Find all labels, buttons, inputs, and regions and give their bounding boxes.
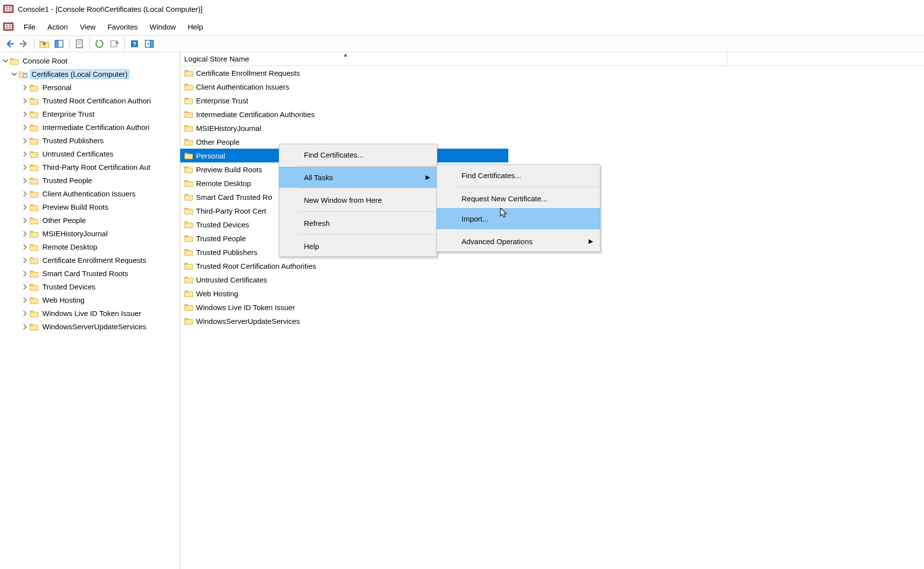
list-item-label: Other People bbox=[196, 138, 239, 146]
folder-icon bbox=[184, 192, 193, 201]
folder-icon bbox=[30, 322, 38, 331]
chevron-down-icon bbox=[11, 71, 18, 78]
list-item-store[interactable]: Enterprise Trust bbox=[180, 94, 924, 107]
folder-icon bbox=[30, 96, 38, 105]
menu-separator bbox=[457, 187, 599, 187]
menu-file[interactable]: File bbox=[18, 21, 41, 33]
tree-node-store[interactable]: Trusted Devices bbox=[0, 280, 180, 293]
folder-icon bbox=[184, 124, 193, 132]
menu-item-advanced-operations[interactable]: Advanced Operations▶ bbox=[437, 231, 600, 252]
list-item-store[interactable]: Web Hosting bbox=[180, 286, 924, 300]
tree-node-store[interactable]: Trusted Publishers bbox=[0, 134, 180, 147]
help-button[interactable]: ? bbox=[128, 37, 141, 51]
tree-node-store[interactable]: Personal bbox=[0, 81, 180, 94]
show-hide-tree-button[interactable] bbox=[52, 37, 66, 51]
tree-label: Third-Party Root Certification Aut bbox=[42, 163, 150, 171]
menu-item-refresh[interactable]: Refresh bbox=[279, 213, 437, 233]
list-item-store[interactable]: Client Authentication Issuers bbox=[180, 80, 924, 94]
tree-node-certificates[interactable]: Certificates (Local Computer) bbox=[0, 67, 180, 81]
tree-label: Certificates (Local Computer) bbox=[32, 70, 128, 78]
folder-icon bbox=[30, 243, 38, 252]
folder-icon bbox=[184, 316, 193, 325]
folder-icon bbox=[30, 269, 38, 278]
list-item-label: Intermediate Certification Authorities bbox=[196, 110, 315, 119]
tree-node-store[interactable]: Windows Live ID Token Issuer bbox=[0, 307, 180, 320]
menu-item-request-new-certificate[interactable]: Request New Certificate... bbox=[437, 188, 600, 209]
tree-label: WindowsServerUpdateServices bbox=[42, 322, 146, 331]
menu-item-import[interactable]: Import... bbox=[436, 208, 600, 229]
toolbar-separator bbox=[89, 38, 90, 49]
chevron-right-icon bbox=[22, 111, 29, 118]
list-item-label: Trusted Devices bbox=[196, 221, 249, 229]
tree-node-store[interactable]: Remote Desktop bbox=[0, 240, 180, 253]
folder-icon bbox=[184, 303, 193, 312]
folder-icon bbox=[184, 82, 193, 91]
tree-node-store[interactable]: WindowsServerUpdateServices bbox=[0, 320, 180, 333]
list-item-store[interactable]: Certificate Enrollment Requests bbox=[180, 66, 924, 80]
list-item-store[interactable]: Intermediate Certification Authorities bbox=[180, 107, 924, 121]
tree-label: Trusted Root Certification Authori bbox=[42, 96, 151, 105]
tree-node-store[interactable]: Third-Party Root Certification Aut bbox=[0, 160, 180, 174]
tree-node-store[interactable]: Smart Card Trusted Roots bbox=[0, 267, 180, 280]
tree-node-store[interactable]: Client Authentication Issuers bbox=[0, 187, 180, 200]
menu-item-find-certificates-sub[interactable]: Find Certificates... bbox=[437, 165, 600, 186]
menu-window[interactable]: Window bbox=[144, 21, 182, 33]
tree-node-store[interactable]: MSIEHistoryJournal bbox=[0, 227, 180, 240]
list-item-store[interactable]: Trusted Root Certification Authorities bbox=[180, 259, 924, 273]
tree-node-store[interactable]: Other People bbox=[0, 214, 180, 227]
chevron-right-icon bbox=[22, 177, 29, 184]
folder-icon bbox=[184, 179, 193, 188]
list-item-store[interactable]: MSIEHistoryJournal bbox=[180, 121, 924, 135]
menu-item-new-window[interactable]: New Window from Here bbox=[279, 190, 437, 210]
toolbar-separator bbox=[69, 38, 69, 49]
tree-label: Client Authentication Issuers bbox=[42, 190, 135, 198]
properties-button[interactable] bbox=[72, 37, 86, 51]
refresh-button[interactable] bbox=[93, 37, 106, 51]
context-menu-primary: Find Certificates... All Tasks▶ New Wind… bbox=[279, 144, 437, 257]
show-action-pane-button[interactable] bbox=[142, 37, 156, 51]
folder-icon bbox=[184, 110, 193, 119]
menu-separator bbox=[457, 229, 599, 230]
export-list-button[interactable] bbox=[107, 37, 121, 51]
menu-help[interactable]: Help bbox=[182, 21, 209, 33]
folder-icon bbox=[184, 68, 193, 77]
folder-icon bbox=[184, 275, 193, 284]
chevron-right-icon: ▶ bbox=[426, 174, 430, 181]
folder-icon bbox=[184, 234, 193, 243]
tree-label: Trusted People bbox=[42, 176, 92, 185]
menu-action[interactable]: Action bbox=[41, 21, 74, 33]
column-divider[interactable] bbox=[727, 52, 924, 66]
menu-item-find-certificates[interactable]: Find Certificates... bbox=[279, 144, 437, 165]
menu-favorites[interactable]: Favorites bbox=[101, 21, 144, 33]
tree-label: Trusted Publishers bbox=[42, 136, 104, 145]
tree-node-store[interactable]: Preview Build Roots bbox=[0, 200, 180, 214]
tree-node-store[interactable]: Certificate Enrollment Requests bbox=[0, 253, 180, 267]
tree-node-console-root[interactable]: Console Root bbox=[0, 54, 180, 67]
list-header[interactable]: Logical Store Name ▲ bbox=[180, 52, 924, 66]
menu-item-all-tasks[interactable]: All Tasks▶ bbox=[279, 167, 437, 188]
tree-node-store[interactable]: Enterprise Trust bbox=[0, 107, 180, 121]
column-header-logical-store-name[interactable]: Logical Store Name bbox=[180, 55, 249, 63]
menu-view[interactable]: View bbox=[74, 21, 101, 33]
list-item-label: Preview Build Roots bbox=[196, 165, 262, 174]
tree-node-store[interactable]: Trusted Root Certification Authori bbox=[0, 94, 180, 107]
up-folder-button[interactable] bbox=[37, 37, 51, 51]
folder-icon bbox=[30, 110, 38, 119]
list-item-store[interactable]: Untrusted Certificates bbox=[180, 273, 924, 286]
menu-item-help[interactable]: Help bbox=[279, 236, 437, 256]
sort-arrow-icon: ▲ bbox=[343, 52, 348, 58]
forward-button[interactable] bbox=[17, 37, 31, 51]
tree-label: Untrusted Certificates bbox=[42, 150, 113, 158]
folder-icon bbox=[30, 256, 38, 265]
tree-node-store[interactable]: Intermediate Certification Authori bbox=[0, 121, 180, 134]
menu-separator bbox=[299, 234, 436, 235]
tree-node-store[interactable]: Trusted People bbox=[0, 174, 180, 187]
tree-node-store[interactable]: Untrusted Certificates bbox=[0, 147, 180, 160]
tree-label: Web Hosting bbox=[42, 296, 85, 304]
back-button[interactable] bbox=[2, 37, 16, 51]
svg-rect-14 bbox=[111, 41, 117, 47]
chevron-right-icon: ▶ bbox=[589, 238, 593, 245]
tree-node-store[interactable]: Web Hosting bbox=[0, 293, 180, 307]
list-item-store[interactable]: Windows Live ID Token Issuer bbox=[180, 300, 924, 314]
list-item-store[interactable]: WindowsServerUpdateServices bbox=[180, 314, 924, 328]
